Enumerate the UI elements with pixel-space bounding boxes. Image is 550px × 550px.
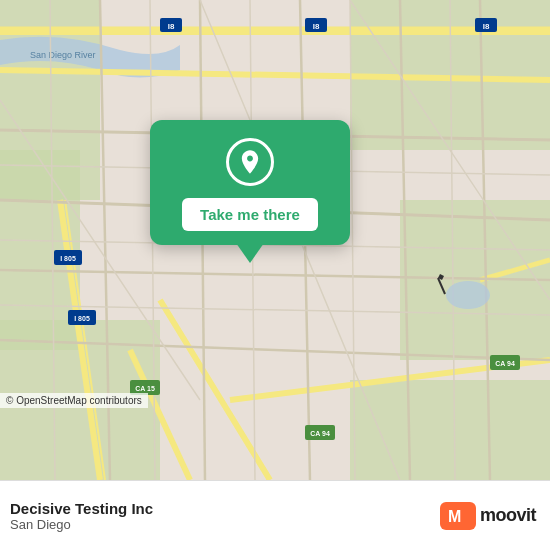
svg-text:I8: I8 [483, 22, 490, 31]
moovit-logo: M moovit [440, 502, 536, 530]
popup-tail [236, 243, 264, 263]
svg-text:I8: I8 [168, 22, 175, 31]
map-container: San Diego River [0, 0, 550, 480]
take-me-there-button[interactable]: Take me there [182, 198, 318, 231]
popup-card: Take me there [150, 120, 350, 245]
location-info: Decisive Testing Inc San Diego [10, 500, 153, 532]
svg-rect-6 [350, 380, 550, 480]
svg-text:M: M [448, 508, 461, 525]
bottom-bar: Decisive Testing Inc San Diego M moovit [0, 480, 550, 550]
svg-text:I 805: I 805 [60, 255, 76, 262]
svg-text:CA 94: CA 94 [310, 430, 330, 437]
svg-text:I8: I8 [313, 22, 320, 31]
svg-text:San Diego River: San Diego River [30, 50, 96, 60]
location-title: Decisive Testing Inc [10, 500, 153, 517]
svg-text:CA 15: CA 15 [135, 385, 155, 392]
moovit-text: moovit [480, 505, 536, 526]
moovit-icon: M [440, 502, 476, 530]
svg-point-26 [446, 281, 490, 309]
map-attribution: © OpenStreetMap contributors [0, 393, 148, 408]
svg-text:I 805: I 805 [74, 315, 90, 322]
location-subtitle: San Diego [10, 517, 153, 532]
map-pin-icon [226, 138, 274, 186]
svg-text:CA 94: CA 94 [495, 360, 515, 367]
